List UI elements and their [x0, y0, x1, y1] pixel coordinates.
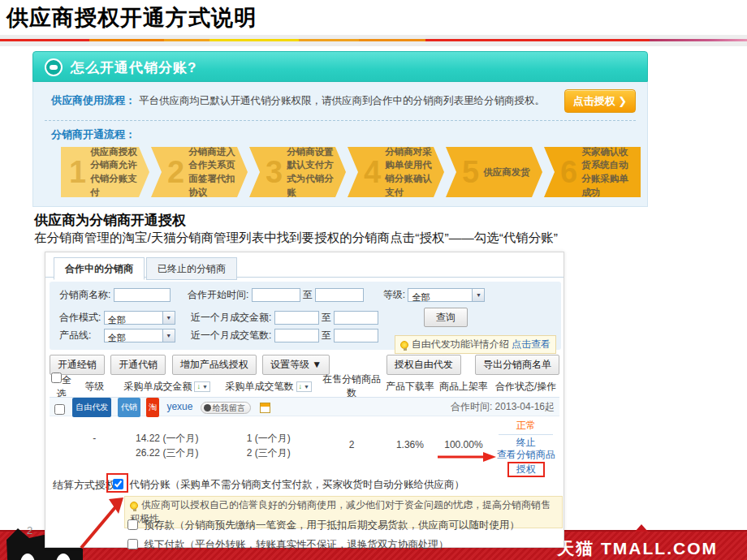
banner-title: 怎么开通代销分账?: [71, 58, 196, 77]
sort-count-control[interactable]: ↓▼: [296, 381, 312, 392]
month-amount-from-input[interactable]: [274, 311, 319, 325]
authorize-free-delivery-button[interactable]: 授权自由代发: [386, 355, 461, 375]
authorize-link[interactable]: 授权: [507, 462, 545, 477]
to-label-1: 至: [303, 289, 313, 300]
supplier-flow-label: 供应商使用流程：: [51, 93, 136, 108]
month-count-label: 近一个月成交笔数:: [191, 330, 271, 341]
level-select[interactable]: 全部▼: [408, 288, 485, 302]
sort-amount-control[interactable]: ↓▼: [194, 381, 209, 392]
step-4: 4分销商对采购单使用代销分账确认支付: [348, 147, 444, 197]
month-count-to-input[interactable]: [334, 329, 378, 342]
distributor-name-label: 分销商名称:: [59, 289, 110, 300]
product-line-select[interactable]: 全部▼: [104, 329, 175, 342]
process-steps: 1供应商授权分销商允许代销分账支付 2分销商进入合作关系页面签署代扣协议 3分销…: [61, 147, 641, 197]
option-deposit: 预存款（分销商预先缴纳一笔资金，用于抵扣后期交易货款，供应商可以随时使用）: [127, 519, 520, 532]
add-product-line-button[interactable]: 增加产品线授权: [172, 355, 257, 375]
tab-active-distributors[interactable]: 合作中的分销商: [54, 257, 145, 280]
chat-bubble-icon: [45, 58, 63, 76]
option-fenzhang: 代销分账（采购单不需分销商支付宝付款，买家收货时自动分账给供应商）: [113, 478, 464, 492]
step-number: 5: [462, 157, 479, 187]
distributor-name-link[interactable]: yexue: [166, 401, 192, 412]
step-number: 6: [560, 157, 577, 187]
tab-terminated-distributors[interactable]: 已终止的分销商: [146, 257, 237, 280]
badge-free-delivery: 自由代发: [72, 398, 111, 417]
coop-mode-select[interactable]: 全部▼: [104, 311, 175, 325]
bulb-icon: [400, 341, 408, 349]
status-badge: 正常: [516, 420, 536, 431]
calendar-icon[interactable]: [260, 403, 270, 413]
cell-status-actions: 正常 终止 查看分销商品 授权: [492, 416, 559, 470]
step-text: 买家确认收货系统自动分账采购单成功: [581, 145, 636, 200]
fenzhang-checkbox[interactable]: [113, 479, 123, 489]
red-arrow-to-authorize: [438, 452, 496, 462]
month-amount-label: 近一个月成交金额:: [191, 312, 271, 323]
step-3: 3分销商设置默认支付方式为代销分账: [249, 147, 346, 197]
step-text: 分销商设置默认支付方式为代销分账: [287, 145, 341, 200]
product-line-label: 产品线:: [59, 330, 91, 341]
tmall-wordmark: 天猫 TMALL.COM: [557, 537, 718, 560]
tip-view-link[interactable]: 点击查看: [512, 338, 551, 350]
month-amount-to-input[interactable]: [334, 311, 378, 325]
step-text: 供应商发货: [483, 166, 530, 179]
view-products-link[interactable]: 查看分销商品: [492, 449, 559, 461]
slide-page-number: 2: [27, 524, 32, 536]
coop-time-text: 合作时间: 2013-04-16起: [451, 398, 555, 416]
free-delivery-tip: 自由代发功能详情介绍 点击查看: [395, 335, 556, 354]
level-label: 等级:: [383, 289, 405, 300]
tab-bar: 合作中的分销商已终止的分销商: [54, 257, 239, 278]
to-label-3: 至: [322, 330, 331, 341]
page-title: 供应商授权开通方式说明: [6, 3, 257, 32]
tip-text: 自由代发功能详情介绍: [412, 338, 509, 350]
step-number: 3: [266, 157, 283, 187]
export-distributor-list-button[interactable]: 导出分销商名单: [475, 355, 559, 375]
step-1: 1供应商授权分销商允许代销分账支付: [61, 147, 149, 197]
distributor-name-input[interactable]: [114, 288, 171, 302]
coop-start-from-input[interactable]: [252, 288, 300, 302]
cell-level: -: [74, 416, 115, 470]
query-button[interactable]: 查询: [424, 308, 468, 327]
stop-link[interactable]: 终止: [492, 437, 559, 449]
option-offline: 线下付款（平台外转账，转账真实性不保证，退换货双方协商处理）: [127, 538, 448, 552]
header-status-actions: 合作状态/操作: [492, 380, 559, 394]
message-icon: [204, 404, 211, 411]
header-download-rate: 产品下载率: [385, 380, 434, 394]
offline-label: 线下付款（平台外转账，转账真实性不保证，退换货双方协商处理）: [144, 539, 448, 550]
cell-download-rate: 1.36%: [385, 416, 434, 470]
dashed-divider: [45, 120, 636, 121]
chevron-down-icon: ▼: [304, 384, 309, 390]
cell-count: 1 (一个月)2 (三个月): [219, 416, 318, 470]
search-filter-panel: 分销商名称: 合作开始时间: 至 等级: 全部▼ 合作模式: 全部▼ 近一个月成…: [50, 282, 561, 350]
cell-on-sale: 2: [318, 416, 386, 470]
open-daixiao-button[interactable]: 开通代销: [110, 355, 166, 375]
header-count: 采购单成交笔数↓▼: [219, 380, 318, 394]
row-checkbox[interactable]: [54, 404, 65, 415]
sort-desc-icon: ↓: [196, 382, 201, 390]
header-level: 等级: [74, 380, 115, 394]
distributor-group-row: 自由代发 代销 淘 yexue 给我留言 合作时间: 2013-04-16起: [50, 397, 559, 416]
coop-mode-label: 合作模式:: [59, 312, 101, 323]
section-description: 在分销商管理的淘宝/天猫分销商管理列表中找到要授权的分销商点击“授权”——勾选“…: [34, 230, 558, 247]
supplier-flow-text: 平台供应商均已默认开通代销分账权限，请供应商到合作中的分销商列表里给分销商授权。: [139, 94, 545, 108]
footer-notch: [635, 524, 648, 532]
rainbow-line: [0, 39, 747, 41]
step-text: 分销商进入合作关系页面签署代扣协议: [188, 145, 243, 200]
table-header: 全选 等级 采购单成交金额↓▼ 采购单成交笔数↓▼ 在售分销商品数 产品下载率 …: [50, 379, 559, 394]
deposit-label: 预存款（分销商预先缴纳一笔资金，用于抵扣后期交易货款，供应商可以随时使用）: [144, 519, 520, 531]
title-divider: [0, 35, 747, 46]
sort-desc-icon: ↓: [299, 382, 303, 390]
month-count-from-input[interactable]: [274, 329, 319, 342]
chevron-down-icon: ▼: [202, 384, 208, 390]
chevron-down-icon: ▼: [472, 289, 484, 301]
click-authorize-button[interactable]: 点击授权 ❯: [564, 89, 636, 113]
step-5: 5供应商发货: [446, 147, 542, 197]
header-amount: 采购单成交金额↓▼: [115, 380, 219, 394]
select-all-checkbox[interactable]: [51, 373, 62, 383]
message-me-button[interactable]: 给我留言: [201, 402, 251, 414]
coop-start-to-input[interactable]: [315, 288, 364, 302]
flow-panel: 供应商使用流程： 平台供应商均已默认开通代销分账权限，请供应商到合作中的分销商列…: [32, 82, 648, 207]
cell-shelf-rate: 100.00%: [434, 416, 492, 470]
step-text: 分销商对采购单使用代销分账确认支付: [385, 145, 439, 200]
step-number: 4: [364, 157, 381, 187]
slide: 供应商授权开通方式说明 怎么开通代销分账? 供应商使用流程： 平台供应商均已默认…: [0, 0, 747, 560]
table-toolbar: 开通经销 开通代销 增加产品线授权 设置等级 ▼ 授权自由代发 导出分销商名单: [50, 355, 559, 374]
